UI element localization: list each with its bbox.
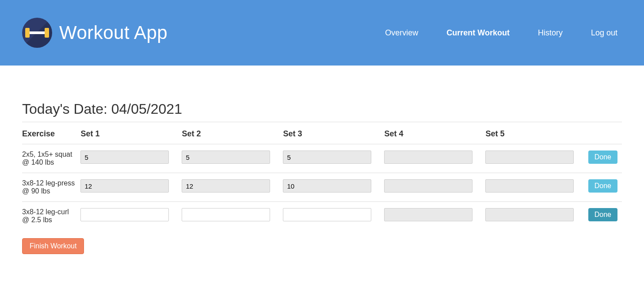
set-input[interactable] — [80, 208, 169, 221]
workout-table: Exercise Set 1 Set 2 Set 3 Set 4 Set 5 2… — [22, 124, 622, 230]
set-input-disabled — [384, 151, 473, 164]
col-set1-header: Set 1 — [80, 124, 182, 144]
brand[interactable]: Workout App — [22, 18, 168, 48]
set-input[interactable] — [182, 151, 270, 164]
set-input[interactable] — [182, 179, 270, 193]
done-button[interactable]: Done — [588, 208, 617, 221]
set-input[interactable] — [283, 179, 371, 193]
navbar: Workout App Overview Current Workout His… — [0, 0, 644, 66]
nav-current-workout[interactable]: Current Workout — [446, 28, 510, 38]
exercise-name: 3x8-12 leg-press @ 90 lbs — [22, 173, 80, 202]
set-input-disabled — [384, 208, 473, 221]
table-row: 3x8-12 leg-curl @ 2.5 lbs Done — [22, 202, 622, 231]
nav-overview[interactable]: Overview — [385, 28, 418, 38]
set-input-disabled — [485, 208, 574, 221]
set-input-disabled — [485, 179, 574, 193]
done-button[interactable]: Done — [588, 179, 617, 193]
col-set4-header: Set 4 — [384, 124, 485, 144]
set-input-disabled — [485, 151, 574, 164]
nav-links: Overview Current Workout History Log out — [385, 28, 617, 38]
finish-workout-button[interactable]: Finish Workout — [22, 238, 84, 254]
nav-history[interactable]: History — [538, 28, 563, 38]
set-input[interactable] — [283, 208, 371, 221]
exercise-name: 3x8-12 leg-curl @ 2.5 lbs — [22, 202, 80, 231]
main-content: Today's Date: 04/05/2021 Exercise Set 1 … — [0, 66, 644, 272]
exercise-name: 2x5, 1x5+ squat @ 140 lbs — [22, 144, 80, 173]
app-title: Workout App — [59, 22, 168, 43]
col-set3-header: Set 3 — [283, 124, 384, 144]
table-row: 3x8-12 leg-press @ 90 lbs Done — [22, 173, 622, 202]
set-input[interactable] — [80, 179, 169, 193]
set-input-disabled — [384, 179, 473, 193]
page-title: Today's Date: 04/05/2021 — [22, 101, 622, 122]
set-input[interactable] — [80, 151, 169, 164]
table-row: 2x5, 1x5+ squat @ 140 lbs Done — [22, 144, 622, 173]
nav-logout[interactable]: Log out — [591, 28, 617, 38]
col-set5-header: Set 5 — [485, 124, 587, 144]
set-input[interactable] — [283, 151, 371, 164]
dumbbell-logo-icon — [22, 18, 52, 48]
set-input[interactable] — [182, 208, 270, 221]
col-action-header — [587, 124, 622, 144]
col-set2-header: Set 2 — [182, 124, 283, 144]
col-exercise-header: Exercise — [22, 124, 80, 144]
done-button[interactable]: Done — [588, 151, 617, 164]
